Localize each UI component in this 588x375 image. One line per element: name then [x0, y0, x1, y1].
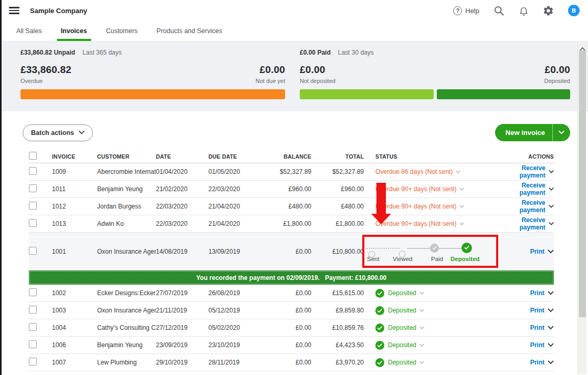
- receive-payment-link[interactable]: Receive payment: [501, 164, 545, 179]
- table-row[interactable]: 1002 Ecker Designs:Ecker H 27/07/2019 26…: [29, 285, 554, 302]
- table-row[interactable]: 1009 Abercrombie Internatic 01/04/2020 0…: [29, 163, 554, 181]
- col-actions[interactable]: ACTIONS: [501, 153, 554, 160]
- print-link[interactable]: Print: [530, 359, 544, 366]
- help-icon: ?: [453, 6, 462, 15]
- gear-icon[interactable]: [543, 5, 554, 16]
- chevron-down-icon[interactable]: [548, 308, 554, 312]
- col-status[interactable]: STATUS: [364, 153, 501, 160]
- row-checkbox[interactable]: [29, 202, 37, 210]
- col-invoice[interactable]: INVOICE: [52, 153, 97, 160]
- col-due-date[interactable]: DUE DATE: [208, 153, 264, 160]
- overdue-bar[interactable]: [20, 89, 285, 99]
- help-button[interactable]: ? Help: [453, 6, 479, 15]
- print-link[interactable]: Print: [530, 324, 544, 331]
- status-overdue[interactable]: Overdue 90+ days (Not sent): [375, 185, 456, 193]
- paid-headline-label: Paid: [317, 49, 330, 56]
- chevron-down-icon: [559, 131, 564, 134]
- row-checkbox[interactable]: [29, 247, 37, 255]
- chevron-down-icon[interactable]: [548, 343, 554, 347]
- row-checkbox[interactable]: [29, 306, 37, 314]
- print-link[interactable]: Print: [530, 341, 544, 349]
- status-overdue[interactable]: Overdue 90+ days (Not sent): [375, 203, 456, 210]
- print-link[interactable]: Print: [530, 307, 544, 314]
- table-row[interactable]: 1013 Adwin Ko 22/03/2020 21/04/2020 £1,8…: [29, 215, 554, 233]
- tracker-step-deposited-circle[interactable]: [461, 243, 472, 253]
- company-name: Sample Company: [30, 7, 87, 15]
- new-invoice-dropdown[interactable]: [553, 124, 570, 141]
- table-row[interactable]: 1003 Oxon Insurance Agenc 21/11/2019 05/…: [29, 302, 554, 319]
- row-checkbox[interactable]: [29, 340, 37, 348]
- print-link[interactable]: Print: [530, 289, 544, 297]
- select-all-checkbox[interactable]: [29, 152, 37, 160]
- money-bar: £33,860.82 Unpaid Last 365 days £33,860.…: [2, 41, 588, 111]
- invoice-date: 22/03/2020: [156, 203, 208, 210]
- tracker-step-paid-circle[interactable]: [430, 244, 439, 253]
- chevron-down-icon[interactable]: [549, 222, 554, 226]
- status-deposited[interactable]: Deposited: [388, 324, 416, 331]
- new-invoice-button[interactable]: New invoice: [495, 124, 570, 141]
- vertical-scrollbar[interactable]: [578, 42, 586, 374]
- col-date[interactable]: DATE: [156, 153, 208, 160]
- hamburger-menu-icon[interactable]: [9, 7, 19, 14]
- table-row[interactable]: 1004 Cathy's Consulting Cor 27/12/2019 0…: [29, 319, 554, 337]
- deposited-bar[interactable]: [437, 89, 571, 99]
- row-checkbox[interactable]: [29, 219, 37, 227]
- tab-products-services[interactable]: Products and Services: [156, 21, 222, 41]
- status-deposited[interactable]: Deposited: [388, 341, 416, 349]
- row-checkbox[interactable]: [29, 288, 37, 296]
- status-overdue[interactable]: Overdue 90+ days (Not sent): [375, 220, 456, 227]
- bell-icon[interactable]: [519, 5, 529, 16]
- row-checkbox[interactable]: [29, 323, 37, 331]
- avatar[interactable]: B: [568, 5, 580, 16]
- status-deposited[interactable]: Deposited: [388, 307, 416, 314]
- col-total[interactable]: TOTAL: [311, 153, 364, 160]
- chevron-down-icon[interactable]: [549, 204, 554, 209]
- unpaid-headline-label: Unpaid: [54, 49, 75, 56]
- chevron-down-icon[interactable]: [548, 326, 554, 330]
- tab-all-sales[interactable]: All Sales: [16, 21, 42, 41]
- status-deposited[interactable]: Deposited: [388, 289, 416, 297]
- row-checkbox[interactable]: [29, 184, 37, 192]
- batch-actions-button[interactable]: Batch actions: [23, 124, 93, 141]
- not-deposited-bar[interactable]: [300, 89, 434, 99]
- chevron-down-icon[interactable]: [549, 170, 554, 174]
- chevron-down-icon: [419, 291, 424, 295]
- total: £960.00: [311, 185, 364, 193]
- receive-payment-link[interactable]: Receive payment: [501, 199, 545, 214]
- row-checkbox[interactable]: [29, 167, 37, 175]
- chevron-down-icon[interactable]: [549, 187, 554, 191]
- row-checkbox[interactable]: [29, 358, 37, 366]
- status-deposited[interactable]: Deposited: [388, 359, 416, 366]
- col-customer[interactable]: CUSTOMER: [97, 153, 156, 160]
- batch-actions-label: Batch actions: [31, 129, 74, 137]
- chevron-down-icon[interactable]: [548, 360, 554, 364]
- due-date: 13/09/2019: [208, 248, 264, 255]
- chevron-down-icon: [79, 131, 85, 134]
- tracker-label-sent: Sent: [367, 256, 380, 262]
- tab-customers[interactable]: Customers: [106, 21, 138, 41]
- table-row[interactable]: 1011 Benjamin Yeung 21/02/2020 22/03/202…: [29, 181, 554, 198]
- receive-payment-link[interactable]: Receive payment: [501, 216, 545, 231]
- invoice-date: 21/02/2020: [156, 185, 208, 193]
- search-icon[interactable]: [494, 5, 505, 16]
- chevron-down-icon[interactable]: [548, 249, 554, 254]
- scrollbar-thumb[interactable]: [579, 50, 586, 317]
- table-row[interactable]: 1012 Jordan Burgess 22/03/2020 21/04/202…: [29, 198, 554, 215]
- chevron-down-icon: [419, 361, 424, 364]
- col-balance[interactable]: BALANCE: [264, 153, 311, 160]
- invoice-date: 29/10/2019: [156, 359, 208, 366]
- tab-invoices[interactable]: Invoices: [61, 21, 87, 41]
- balance: £0.00: [264, 307, 311, 314]
- table-row[interactable]: 1007 Lew Plumbing 29/10/2019 28/11/2019 …: [29, 354, 554, 371]
- chevron-down-icon: [459, 222, 464, 225]
- receive-payment-link[interactable]: Receive payment: [501, 182, 545, 196]
- not-due-label: Not due yet: [256, 78, 285, 84]
- table-row-selected[interactable]: 1001 Oxon Insurance Agenc 14/08/2019 13/…: [29, 233, 554, 270]
- print-link[interactable]: Print: [530, 248, 544, 255]
- table-row[interactable]: 1006 Benjamin Yeung 23/09/2019 23/10/201…: [29, 337, 554, 354]
- invoice-status-tracker: Sent Viewed Paid Deposited: [364, 238, 496, 265]
- invoice-date: 21/11/2019: [156, 307, 208, 314]
- chevron-down-icon[interactable]: [548, 291, 554, 295]
- due-date: 05/12/2019: [208, 307, 264, 314]
- status-overdue[interactable]: Overdue 86 days (Not sent): [375, 168, 453, 175]
